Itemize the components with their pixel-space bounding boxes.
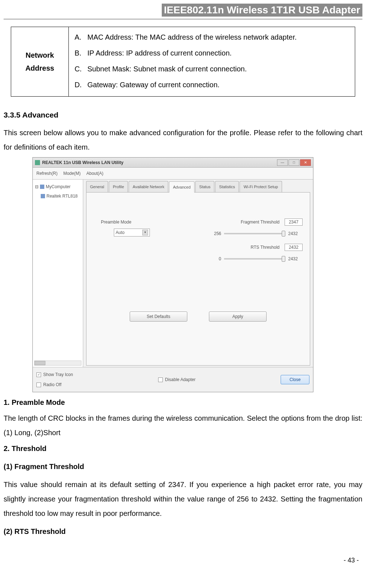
page-title: IEEE802.11n Wireless 1T1R USB Adapter bbox=[162, 4, 362, 17]
tab-status[interactable]: Status bbox=[195, 181, 214, 192]
tab-wps[interactable]: Wi-Fi Protect Setup bbox=[240, 181, 282, 192]
tab-strip: General Profile Available Network Advanc… bbox=[86, 181, 310, 193]
slider-thumb-icon[interactable] bbox=[282, 231, 285, 236]
show-tray-label: Show Tray Icon bbox=[43, 370, 73, 379]
menu-mode[interactable]: Mode(M) bbox=[63, 169, 81, 178]
tree-child[interactable]: Realtek RTL818 bbox=[41, 192, 81, 200]
table-label-cell: Network Address bbox=[11, 27, 68, 97]
fragment-label: Fragment Threshold bbox=[241, 218, 280, 226]
table-label-line1: Network bbox=[17, 49, 63, 62]
list-text: Subnet Mask: Subnet mask of current conn… bbox=[87, 65, 246, 73]
section-heading: 3.3.5 Advanced bbox=[4, 107, 362, 123]
table-row: C. Subnet Mask: Subnet mask of current c… bbox=[75, 62, 349, 76]
list-letter: B. bbox=[75, 46, 85, 60]
menubar: Refresh(R) Mode(M) About(A) bbox=[33, 168, 313, 180]
rts-value[interactable]: 2432 bbox=[285, 244, 303, 251]
list-text: IP Address: IP address of current connec… bbox=[87, 49, 232, 57]
fragment-text: This value should remain at its default … bbox=[4, 477, 362, 521]
show-tray-checkbox[interactable]: ✓ bbox=[36, 372, 41, 377]
fragment-value[interactable]: 2347 bbox=[285, 218, 303, 226]
fragment-max: 2432 bbox=[288, 229, 303, 238]
disable-adapter-label: Disable Adapter bbox=[165, 375, 196, 384]
chevron-down-icon: ▼ bbox=[142, 230, 148, 235]
fragment-heading: (1) Fragment Threshold bbox=[4, 459, 362, 474]
computer-icon bbox=[40, 185, 44, 189]
network-address-table: Network Address A. MAC Address: The MAC … bbox=[11, 27, 355, 97]
set-defaults-button[interactable]: Set Defaults bbox=[130, 311, 187, 322]
fragment-min: 256 bbox=[210, 229, 221, 238]
rts-heading: (2) RTS Threshold bbox=[4, 524, 362, 539]
page-header: IEEE802.11n Wireless 1T1R USB Adapter bbox=[0, 4, 366, 17]
table-label-line2: Address bbox=[17, 62, 63, 75]
page-number: - 43 - bbox=[0, 542, 366, 564]
apply-button[interactable]: Apply bbox=[209, 311, 267, 322]
close-button[interactable]: Close bbox=[281, 375, 309, 384]
adapter-icon bbox=[41, 194, 45, 198]
tab-profile[interactable]: Profile bbox=[109, 181, 128, 192]
list-letter: D. bbox=[75, 78, 85, 92]
tab-general[interactable]: General bbox=[86, 181, 108, 192]
preamble-dropdown[interactable]: Auto ▼ bbox=[114, 229, 150, 236]
threshold-heading: 2. Threshold bbox=[4, 441, 362, 456]
maximize-button[interactable]: □ bbox=[289, 159, 299, 166]
tree-scrollbar[interactable] bbox=[34, 361, 81, 366]
preamble-text: The length of CRC blocks in the frames d… bbox=[4, 411, 362, 440]
app-window: REALTEK 11n USB Wireless LAN Utility — □… bbox=[32, 157, 313, 392]
table-row: B. IP Address: IP address of current con… bbox=[75, 46, 349, 60]
app-icon bbox=[35, 160, 40, 165]
tree-root[interactable]: ⊟ MyComputer bbox=[35, 182, 81, 191]
rts-max: 2432 bbox=[288, 255, 303, 263]
tree-root-label: MyComputer bbox=[46, 182, 71, 191]
radio-off-checkbox[interactable] bbox=[36, 383, 41, 387]
tab-available-network[interactable]: Available Network bbox=[129, 181, 168, 192]
minimize-button[interactable]: — bbox=[277, 159, 288, 166]
tree-panel: ⊟ MyComputer Realtek RTL818 bbox=[33, 180, 83, 367]
window-close-button[interactable]: ✕ bbox=[300, 159, 311, 166]
preamble-label: Preamble Mode bbox=[101, 218, 150, 226]
window-title: REALTEK 11n USB Wireless LAN Utility bbox=[42, 158, 277, 167]
disable-adapter-checkbox[interactable] bbox=[158, 377, 163, 382]
rts-slider[interactable] bbox=[224, 258, 285, 260]
list-text: MAC Address: The MAC address of the wire… bbox=[87, 33, 296, 41]
section-intro: This screen below allows you to make adv… bbox=[4, 125, 362, 154]
rts-min: 0 bbox=[210, 255, 221, 263]
tab-statistics[interactable]: Statistics bbox=[215, 181, 239, 192]
table-desc-cell: A. MAC Address: The MAC address of the w… bbox=[68, 27, 355, 97]
tab-body: Preamble Mode Auto ▼ Fragment Threshold … bbox=[86, 193, 310, 366]
table-row: A. MAC Address: The MAC address of the w… bbox=[75, 30, 349, 44]
header-underline bbox=[4, 19, 362, 19]
fragment-slider[interactable] bbox=[224, 233, 285, 234]
list-text: Gateway: Gateway of current connection. bbox=[87, 81, 219, 89]
table-row: D. Gateway: Gateway of current connectio… bbox=[75, 78, 349, 92]
window-titlebar[interactable]: REALTEK 11n USB Wireless LAN Utility — □… bbox=[33, 158, 313, 168]
bottom-bar: ✓ Show Tray Icon Radio Off Disable Adapt… bbox=[33, 367, 313, 392]
tab-advanced[interactable]: Advanced bbox=[169, 181, 195, 193]
preamble-heading: 1. Preamble Mode bbox=[4, 395, 362, 410]
slider-thumb-icon[interactable] bbox=[282, 256, 285, 262]
preamble-value: Auto bbox=[116, 228, 125, 237]
list-letter: A. bbox=[75, 30, 85, 44]
menu-refresh[interactable]: Refresh(R) bbox=[36, 169, 58, 178]
tree-child-label: Realtek RTL818 bbox=[46, 192, 78, 200]
list-letter: C. bbox=[75, 62, 85, 76]
menu-about[interactable]: About(A) bbox=[86, 169, 103, 178]
radio-off-label: Radio Off bbox=[43, 380, 61, 389]
rts-label: RTS Threshold bbox=[251, 243, 280, 252]
